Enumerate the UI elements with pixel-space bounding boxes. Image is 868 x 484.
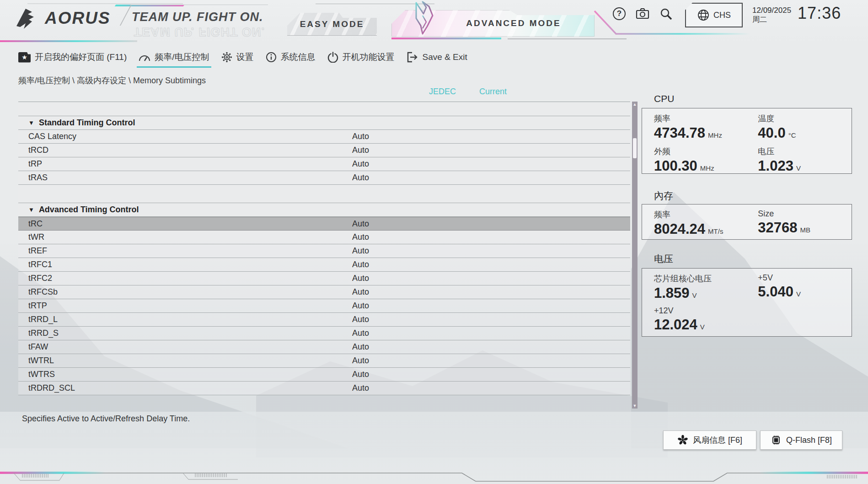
table-row[interactable]: tWRAuto [18, 231, 630, 244]
metric-label: Size [758, 209, 840, 219]
menu-item-tweaker[interactable]: 频率/电压控制 [139, 51, 209, 65]
param-name: tWR [28, 232, 44, 242]
scrollbar-thumb[interactable] [633, 138, 637, 158]
param-value[interactable]: Auto [352, 287, 369, 297]
param-value[interactable]: Auto [352, 219, 369, 229]
metric-unit: MT/s [708, 227, 723, 235]
table-scrollbar[interactable]: ▲ ▼ [632, 102, 638, 409]
table-row[interactable]: tRDRD_SCLAuto [18, 382, 630, 395]
param-value[interactable]: Auto [352, 315, 369, 324]
metric-unit: V [692, 291, 697, 299]
weekday-text: 周二 [752, 15, 791, 24]
param-value[interactable]: Auto [352, 173, 369, 183]
bottom-decor-lines [0, 467, 868, 484]
table-row[interactable]: tRCDAuto [18, 144, 630, 157]
metric-value: 1.023 [758, 158, 793, 174]
param-value[interactable]: Auto [352, 145, 369, 155]
metric-label: 频率 [654, 113, 758, 124]
param-name: tRFC2 [28, 274, 52, 283]
param-value[interactable]: Auto [352, 301, 369, 311]
param-value[interactable]: Auto [352, 274, 369, 283]
language-label: CHS [713, 11, 731, 20]
camera-icon[interactable] [636, 8, 649, 20]
param-value[interactable]: Auto [352, 342, 369, 352]
param-name: tREF [28, 246, 47, 256]
table-row[interactable]: tRRD_LAuto [18, 313, 630, 327]
param-value[interactable]: Auto [352, 159, 369, 169]
scrollbar-down-icon[interactable]: ▼ [632, 403, 638, 409]
decor-gradient-line-left [0, 40, 137, 42]
metric-value: 32768 [758, 220, 797, 236]
menu-item-settings[interactable]: 设置 [221, 51, 254, 65]
param-name: CAS Latency [28, 132, 76, 141]
metric-value: 1.859 [654, 285, 690, 301]
table-row[interactable]: tREFAuto [18, 244, 630, 258]
advanced-tab-underline-gray [508, 38, 627, 39]
table-row[interactable]: tRRD_SAuto [18, 327, 630, 340]
info-icon [266, 52, 277, 63]
datetime-block: 12/09/2025 周二 17:36 [752, 4, 841, 24]
item-help-text: Specifies Active to Active/Refresh Delay… [22, 414, 190, 424]
table-row[interactable]: tRTPAuto [18, 299, 630, 313]
slogan-text: TEAM UP. FIGHT ON. [132, 10, 263, 24]
param-value[interactable]: Auto [352, 370, 369, 379]
table-row[interactable]: CAS LatencyAuto [18, 130, 630, 144]
table-row[interactable]: tRFCSbAuto [18, 285, 630, 299]
param-name: tRRD_L [28, 315, 58, 324]
bottom-decor [0, 467, 868, 484]
table-row[interactable]: tWTRSAuto [18, 368, 630, 382]
gear-icon [221, 52, 232, 63]
language-selector[interactable]: CHS [685, 3, 743, 27]
param-value[interactable]: Auto [352, 132, 369, 141]
chip-icon [771, 435, 782, 446]
qflash-button[interactable]: Q-Flash [F8] [760, 430, 842, 450]
chipset-core-voltage-metric: 芯片组核心电压 1.859V [654, 273, 758, 301]
tab-advanced-label: ADVANCED MODE [466, 18, 561, 28]
scrollbar-up-icon[interactable]: ▲ [632, 102, 638, 107]
menu-item-system-info[interactable]: 系统信息 [266, 51, 316, 65]
param-value[interactable]: Auto [352, 356, 369, 366]
memory-subtimings-table: ▼Standard Timing ControlCAS LatencyAutot… [18, 102, 630, 395]
table-spacer-row [18, 185, 630, 203]
metric-unit: MHz [708, 131, 722, 139]
search-icon[interactable] [659, 7, 672, 20]
table-row[interactable]: tRCAuto [18, 217, 630, 231]
menu-item-save-exit[interactable]: Save & Exit [407, 52, 467, 65]
slogan-reflection: TEAM UP. FIGHT ON. [133, 25, 266, 39]
param-name: tRC [28, 219, 43, 229]
metric-value: 100.30 [654, 158, 697, 174]
table-row[interactable]: tRFC2Auto [18, 272, 630, 285]
table-row[interactable]: tRFC1Auto [18, 258, 630, 272]
cpu-frequency-metric: 频率 4734.78MHz [654, 113, 758, 141]
cpu-voltage-metric: 电压 1.023V [758, 146, 840, 174]
brand-text: AORUS [45, 9, 111, 28]
table-row[interactable]: tWTRLAuto [18, 354, 630, 368]
metric-label: 频率 [654, 209, 758, 220]
qflash-label: Q-Flash [F8] [786, 436, 832, 445]
column-header-current[interactable]: Current [479, 87, 507, 97]
param-value[interactable]: Auto [352, 383, 369, 393]
menu-item-boot[interactable]: 开机功能设置 [327, 51, 395, 65]
voltage-panel: 芯片组核心电压 1.859V +5V 5.040V +12V 12.024V [642, 268, 852, 337]
param-value[interactable]: Auto [352, 260, 369, 269]
table-section-header[interactable]: ▼Standard Timing Control [18, 116, 630, 130]
param-value[interactable]: Auto [352, 246, 369, 256]
micro-text-mark [22, 474, 49, 478]
param-value[interactable]: Auto [352, 328, 369, 338]
fan-info-button[interactable]: 风扇信息 [F6] [663, 430, 756, 450]
param-name: tFAW [28, 342, 48, 352]
favorite-star-icon: ★ [18, 52, 31, 63]
help-icon[interactable]: ? [613, 7, 626, 20]
param-name: tRFCSb [28, 287, 58, 297]
menu-item-favorites[interactable]: ★ 开启我的偏好页面 (F11) [18, 51, 127, 65]
param-name: tRRD_S [28, 328, 59, 338]
table-row[interactable]: tFAWAuto [18, 340, 630, 354]
table-row[interactable]: tRPAuto [18, 157, 630, 171]
param-value[interactable]: Auto [352, 232, 369, 242]
table-section-header[interactable]: ▼Advanced Timing Control [18, 203, 630, 217]
column-header-jedec[interactable]: JEDEC [429, 87, 456, 97]
menu-settings-label: 设置 [236, 51, 254, 63]
tab-easy-mode[interactable]: EASY MODE [287, 13, 377, 36]
table-row[interactable]: tRASAuto [18, 171, 630, 185]
metric-label: 芯片组核心电压 [654, 273, 758, 284]
